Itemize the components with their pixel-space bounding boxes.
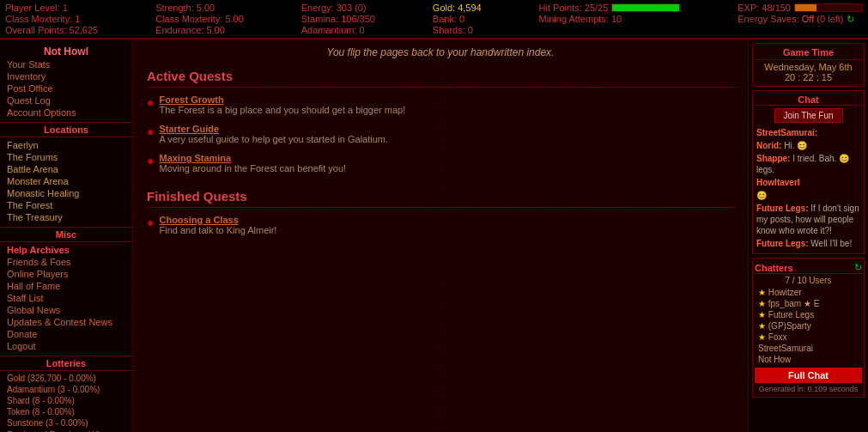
top-col-exp: EXP: 48/150 Energy Saves: Off (0 left) ↻ <box>737 3 863 25</box>
quest-maxing-stamina-content: Maxing Stamina Moving around in the Fore… <box>159 153 346 173</box>
quest-forest-growth-title[interactable]: Forest Growth <box>159 94 405 105</box>
center-content: You flip the pages back to your handwrit… <box>133 40 748 432</box>
energy-saves-stat: Energy Saves: Off (0 left) ↻ <box>737 14 863 25</box>
chat-text-2: Hi. 😊 <box>784 141 807 150</box>
strength-stat: Strength: 5.00 <box>155 3 244 13</box>
energy-stat: Energy: 303 (0) <box>301 3 375 13</box>
sidebar-forums[interactable]: The Forums <box>0 151 132 163</box>
top-col-stats2: Energy: 303 (0) Stamina: 106/350 Adamant… <box>301 3 375 35</box>
sidebar-quest-log[interactable]: Quest Log <box>0 94 132 106</box>
refresh-icon[interactable]: ↻ <box>847 14 854 24</box>
shards-stat: Shards: 0 <box>433 25 482 35</box>
sidebar-staff-list[interactable]: Staff List <box>0 292 132 304</box>
chat-box: Chat Join The Fun StreetSamurai: Norid: … <box>752 90 865 254</box>
sidebar-monastic-healing[interactable]: Monastic Healing <box>0 187 132 199</box>
sidebar-help-archives[interactable]: Help Archives <box>0 244 132 256</box>
locations-title: Locations <box>0 122 132 137</box>
chat-line-1: StreetSamurai: <box>755 126 862 139</box>
chatter-foxx: ★ Foxx <box>755 332 862 343</box>
chatter-fps-bam: ★ fps_bam ★ E <box>755 298 862 309</box>
sidebar-the-forest[interactable]: The Forest <box>0 199 132 211</box>
left-sidebar: Not Howl Your Stats Inventory Post Offic… <box>0 40 133 432</box>
chatter-future-legs: ★ Future Legs <box>755 309 862 320</box>
top-col-gold: Gold: 4,594 Bank: 0 Shards: 0 <box>433 3 482 35</box>
sidebar-hall-of-fame[interactable]: Hall of Fame <box>0 280 132 292</box>
chatter-not-how: Not How <box>755 354 862 365</box>
sidebar-friends-foes[interactable]: Friends & Foes <box>0 256 132 268</box>
sidebar-donate[interactable]: Donate <box>0 328 132 340</box>
quest-bullet-4: ● <box>147 216 154 229</box>
lottery-adamantium: Adamantium (3 - 0.00%) <box>0 384 132 395</box>
sidebar-logout[interactable]: Logout <box>0 340 132 352</box>
sidebar-battle-arena[interactable]: Battle Arena <box>0 163 132 175</box>
sidebar-inventory[interactable]: Inventory <box>0 70 132 82</box>
lottery-token: Token (8 - 0.00%) <box>0 406 132 417</box>
exp-bar-inner <box>795 4 816 11</box>
class-moxie: Class Moxterity: 1 <box>5 14 98 24</box>
quest-choosing-class-title[interactable]: Choosing a Class <box>159 215 276 225</box>
top-bar: Player Level: 1 Class Moxterity: 1 Overa… <box>0 0 868 40</box>
sidebar-treasury[interactable]: The Treasury <box>0 211 132 223</box>
player-name: Not Howl <box>0 43 132 58</box>
sidebar-your-stats[interactable]: Your Stats <box>0 58 132 70</box>
quest-forest-growth-content: Forest Growth The Forest is a big place … <box>159 94 405 115</box>
endurance-stat: Endurance: 5.00 <box>155 25 244 35</box>
quest-starter-guide-desc: A very useful guide to help get you star… <box>159 134 388 144</box>
hp-bar-inner <box>612 4 679 11</box>
quest-forest-growth: ● Forest Growth The Forest is a big plac… <box>147 94 734 115</box>
sidebar-post-office[interactable]: Post Office <box>0 82 132 94</box>
chat-line-2: Norid: Hi. 😊 <box>755 139 862 152</box>
bank-stat: Bank: 0 <box>433 14 482 24</box>
chat-user-4: HowItaverI <box>756 178 800 187</box>
quest-bullet-2: ● <box>147 125 154 138</box>
chat-line-6: Future Legs: If I don't sign my posts, h… <box>755 202 862 237</box>
chat-line-4: HowItaverI <box>755 176 862 189</box>
quest-bullet: ● <box>147 95 154 109</box>
game-time-day: Wednesday, May 6th <box>755 62 862 72</box>
quest-choosing-class: ● Choosing a Class Find and talk to King… <box>147 215 734 235</box>
chatter-streetsamurai: StreetSamurai <box>755 343 862 354</box>
quest-forest-growth-desc: The Forest is a big place and you should… <box>159 105 405 115</box>
chat-line-7: Future Legs: Well I'll be! <box>755 237 862 250</box>
top-col-stats1: Strength: 5.00 Class Moxterity: 5.00 End… <box>155 3 244 35</box>
player-level: Player Level: 1 <box>5 3 98 13</box>
right-sidebar: Game Time Wednesday, May 6th 20 : 22 : 1… <box>748 40 868 432</box>
top-col-hp: Hit Points: 25/25 Mining Attempts: 10 <box>539 3 681 24</box>
game-time-box: Game Time Wednesday, May 6th 20 : 22 : 1… <box>752 43 865 87</box>
chat-user-2: Norid: <box>756 141 781 150</box>
chatters-refresh-icon[interactable]: ↻ <box>854 262 862 273</box>
chat-join-button[interactable]: Join The Fun <box>774 108 843 123</box>
sidebar-docket[interactable]: Docket of Previous Winners <box>0 429 132 432</box>
lottery-shard: Shard (8 - 0.00%) <box>0 395 132 406</box>
quest-choosing-class-desc: Find and talk to King Almeir! <box>159 225 276 235</box>
chat-user-1: StreetSamurai: <box>756 128 817 137</box>
sidebar-faerlyn[interactable]: Faerlyn <box>0 139 132 151</box>
chat-user-6: Future Legs: <box>756 204 809 213</box>
quest-starter-guide: ● Starter Guide A very useful guide to h… <box>147 124 734 144</box>
lottery-gold: Gold (326,700 - 0.00%) <box>0 373 132 384</box>
hp-bar-outer <box>611 3 680 12</box>
mining-stat: Mining Attempts: 10 <box>539 14 681 24</box>
motivity-stat: Class Moxterity: 5.00 <box>155 14 244 24</box>
exp-container: EXP: 48/150 <box>737 3 863 13</box>
chatter-howitzer: ★ Howitzer <box>755 287 862 298</box>
sidebar-updates-news[interactable]: Updates & Contest News <box>0 316 132 328</box>
sidebar-monster-arena[interactable]: Monster Arena <box>0 175 132 187</box>
exp-label: EXP: 48/150 <box>737 3 791 13</box>
flip-message: You flip the pages back to your handwrit… <box>147 46 734 58</box>
quest-bullet-3: ● <box>147 154 154 167</box>
quest-maxing-stamina-title[interactable]: Maxing Stamina <box>159 153 346 163</box>
game-time-clock: 20 : 22 : 15 <box>755 72 862 82</box>
lotteries-title: Lotteries <box>0 356 132 371</box>
chat-user-3: Shappe: <box>756 154 790 163</box>
sidebar-online-players[interactable]: Online Players <box>0 268 132 280</box>
chat-line-5: 😊 <box>755 189 862 202</box>
hp-container: Hit Points: 25/25 <box>539 3 681 13</box>
active-quests-title: Active Quests <box>147 69 734 88</box>
sidebar-account-options[interactable]: Account Options <box>0 106 132 119</box>
lottery-sunstone: Sunstone (3 - 0.00%) <box>0 417 132 429</box>
full-chat-button[interactable]: Full Chat <box>755 368 862 383</box>
quest-starter-guide-title[interactable]: Starter Guide <box>159 124 388 134</box>
stamina-stat: Stamina: 106/350 <box>301 14 375 24</box>
sidebar-global-news[interactable]: Global News <box>0 304 132 316</box>
